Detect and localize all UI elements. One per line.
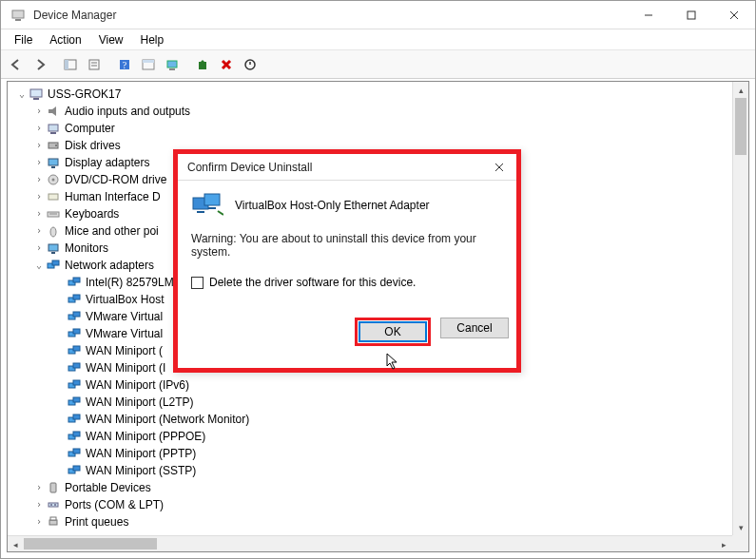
tree-category[interactable]: ›Print queues xyxy=(11,513,748,530)
show-hide-console-icon[interactable] xyxy=(59,53,82,76)
network-adapter-icon xyxy=(67,446,82,461)
network-adapter-icon xyxy=(67,360,82,376)
svg-point-27 xyxy=(55,145,57,146)
menu-file[interactable]: File xyxy=(7,31,40,48)
svg-rect-39 xyxy=(52,260,59,265)
tree-device[interactable]: WAN Miniport (IPv6) xyxy=(11,376,748,394)
printer-icon xyxy=(46,514,61,530)
scroll-thumb[interactable] xyxy=(735,98,746,155)
app-icon xyxy=(10,8,26,23)
tree-category[interactable]: ›Audio inputs and outputs xyxy=(11,103,748,120)
scroll-left-icon[interactable]: ◂ xyxy=(8,536,24,552)
help-icon[interactable]: ? xyxy=(113,53,136,76)
scroll-up-icon[interactable]: ▴ xyxy=(733,82,749,98)
minimize-button[interactable] xyxy=(627,1,669,29)
svg-rect-0 xyxy=(12,10,24,18)
expander-icon[interactable]: › xyxy=(32,513,46,530)
scroll-right-icon[interactable]: ▸ xyxy=(716,536,732,552)
disable-icon[interactable] xyxy=(239,53,262,76)
scan-hardware-icon[interactable] xyxy=(161,53,184,76)
horizontal-scrollbar[interactable]: ◂ ▸ xyxy=(8,535,732,551)
update-driver-icon[interactable] xyxy=(191,53,214,76)
ok-button[interactable]: OK xyxy=(359,321,427,342)
svg-rect-61 xyxy=(73,449,80,453)
vertical-scrollbar[interactable]: ▴ ▾ xyxy=(732,82,748,535)
menu-action[interactable]: Action xyxy=(42,31,88,48)
dialog-close-button[interactable] xyxy=(488,158,511,177)
speaker-icon xyxy=(46,104,61,119)
svg-rect-21 xyxy=(30,89,42,97)
network-adapter-icon xyxy=(67,395,82,410)
tree-device[interactable]: WAN Miniport (PPTP) xyxy=(11,445,748,462)
expander-icon[interactable]: › xyxy=(32,479,46,496)
svg-point-66 xyxy=(50,504,52,506)
tree-category-label: Mice and other poi xyxy=(65,222,159,240)
svg-rect-74 xyxy=(197,211,204,213)
net-icon xyxy=(46,258,61,273)
dialog-titlebar: Confirm Device Uninstall xyxy=(178,154,516,181)
network-adapter-icon xyxy=(67,309,82,324)
expander-icon[interactable]: › xyxy=(32,171,46,188)
tree-device[interactable]: WAN Miniport (Network Monitor) xyxy=(11,411,748,428)
properties-icon[interactable] xyxy=(83,53,106,76)
svg-point-35 xyxy=(50,227,56,237)
computer-icon xyxy=(29,87,44,102)
back-button[interactable] xyxy=(5,53,28,76)
tree-device[interactable]: WAN Miniport (PPPOE) xyxy=(11,428,748,445)
expander-icon[interactable]: › xyxy=(32,240,46,257)
monitor-icon xyxy=(46,155,61,170)
menubar: File Action View Help xyxy=(1,29,755,50)
tree-device-label: WAN Miniport (L2TP) xyxy=(86,394,194,411)
disc-icon xyxy=(46,172,61,187)
tree-category[interactable]: ›Computer xyxy=(11,120,748,137)
tree-category-label: DVD/CD-ROM drive xyxy=(65,171,166,188)
svg-rect-29 xyxy=(51,166,55,168)
expander-icon[interactable]: › xyxy=(32,137,46,154)
expander-icon[interactable]: › xyxy=(32,103,46,120)
menu-view[interactable]: View xyxy=(91,31,131,48)
expander-icon[interactable]: › xyxy=(32,205,46,222)
scroll-down-icon[interactable]: ▾ xyxy=(733,519,749,535)
svg-rect-16 xyxy=(169,68,175,70)
delete-driver-checkbox[interactable] xyxy=(191,277,204,289)
tree-category[interactable]: ›Ports (COM & LPT) xyxy=(11,496,748,513)
svg-text:?: ? xyxy=(123,60,127,70)
action-icon[interactable] xyxy=(137,53,160,76)
tree-device[interactable]: WAN Miniport (SSTP) xyxy=(11,462,748,479)
menu-help[interactable]: Help xyxy=(133,31,172,48)
tree-root[interactable]: ⌄ USS-GROK17 xyxy=(11,86,748,103)
expander-icon[interactable]: › xyxy=(32,496,46,513)
svg-rect-73 xyxy=(204,194,220,205)
close-button[interactable] xyxy=(712,1,755,29)
tree-device[interactable]: WAN Miniport (L2TP) xyxy=(11,394,748,411)
svg-rect-36 xyxy=(48,244,58,251)
window-titlebar: Device Manager xyxy=(1,1,755,29)
expander-icon[interactable]: › xyxy=(32,188,46,205)
expander-icon[interactable]: › xyxy=(32,120,46,137)
svg-point-31 xyxy=(52,179,55,182)
forward-button[interactable] xyxy=(29,53,51,76)
network-adapter-icon xyxy=(67,412,82,427)
expander-icon[interactable]: ⌄ xyxy=(15,86,29,103)
portable-icon xyxy=(46,480,61,495)
computer-icon xyxy=(46,121,61,136)
toolbar: ? xyxy=(1,50,755,79)
tree-category[interactable]: ›Portable Devices xyxy=(11,479,748,496)
uninstall-icon[interactable] xyxy=(215,53,238,76)
maximize-button[interactable] xyxy=(669,1,712,29)
tree-category-label: Computer xyxy=(65,120,115,137)
svg-rect-41 xyxy=(73,278,80,282)
tree-category-label: Audio inputs and outputs xyxy=(65,103,190,120)
expander-icon[interactable]: › xyxy=(32,222,46,240)
cancel-button[interactable]: Cancel xyxy=(440,318,509,338)
svg-rect-1 xyxy=(15,19,21,21)
tree-device-label: VMware Virtual xyxy=(86,308,163,325)
expander-icon[interactable]: › xyxy=(32,154,46,171)
svg-rect-64 xyxy=(50,483,56,492)
expander-icon[interactable]: ⌄ xyxy=(32,257,46,274)
svg-rect-47 xyxy=(73,329,80,334)
ok-button-highlight: OK xyxy=(355,318,431,346)
tree-device-label: VMware Virtual xyxy=(86,325,163,342)
network-adapter-icon xyxy=(67,429,82,444)
scroll-thumb[interactable] xyxy=(24,538,157,549)
